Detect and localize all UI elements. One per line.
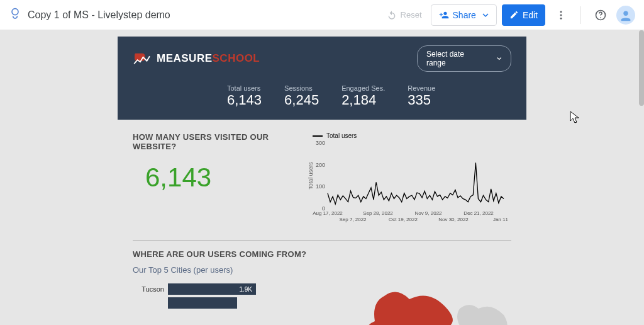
report-header: MEASURESCHOOL Select date range Total us… <box>118 37 526 120</box>
users-chart: Total users 0100200300Total usersAug 17,… <box>306 132 511 230</box>
brand-word-2: SCHOOL <box>213 52 260 64</box>
svg-text:Jan 11,…: Jan 11,… <box>493 217 508 222</box>
svg-text:Nov 30, 2022: Nov 30, 2022 <box>438 217 469 222</box>
document-title[interactable]: Copy 1 of MS - Livelystep demo <box>28 9 170 21</box>
svg-text:Sep 28, 2022: Sep 28, 2022 <box>363 210 393 216</box>
svg-text:Oct 19, 2022: Oct 19, 2022 <box>389 217 418 222</box>
metric-engaged: Engaged Ses.2,184 <box>341 84 385 108</box>
reset-label: Reset <box>401 10 422 20</box>
pencil-icon <box>509 10 519 20</box>
svg-text:100: 100 <box>316 183 325 190</box>
brand: MEASURESCHOOL <box>133 51 260 66</box>
metric-value: 2,184 <box>341 92 385 108</box>
legend-swatch <box>313 135 323 137</box>
section-cities: Tucson 1.9K <box>133 283 511 325</box>
users-left: HOW MANY USERS VISITED OUR WEBSITE? 6,14… <box>133 132 296 193</box>
date-range-label: Select date range <box>426 50 482 67</box>
undo-icon <box>387 10 397 20</box>
svg-point-1 <box>560 11 562 13</box>
date-range-selector[interactable]: Select date range <box>417 45 511 72</box>
bar-row: Tucson 1.9K <box>133 283 321 295</box>
top-cities-bars: Tucson 1.9K <box>133 283 321 311</box>
chevron-down-icon <box>482 12 489 18</box>
metric-value: 6,245 <box>284 92 319 108</box>
svg-text:Total users: Total users <box>308 162 314 190</box>
svg-point-2 <box>560 14 562 16</box>
svg-text:Sep 7, 2022: Sep 7, 2022 <box>339 217 367 222</box>
metric-total-users: Total users6,143 <box>227 84 262 108</box>
topbar-divider <box>580 6 581 24</box>
svg-point-0 <box>12 8 18 14</box>
big-number: 6,143 <box>145 162 296 193</box>
report-body: HOW MANY USERS VISITED OUR WEBSITE? 6,14… <box>118 120 526 325</box>
question-2: WHERE ARE OUR USERS COMING FROM? <box>133 249 511 259</box>
metric-revenue: Revenue335 <box>408 84 435 108</box>
map-svg <box>334 283 511 325</box>
more-vert-icon <box>555 9 567 21</box>
help-button[interactable] <box>590 4 611 26</box>
person-icon <box>619 8 633 22</box>
metric-value: 6,143 <box>227 92 262 108</box>
edit-label: Edit <box>523 10 538 20</box>
line-chart-svg: 0100200300Total usersAug 17, 2022Sep 7, … <box>306 139 508 227</box>
svg-point-3 <box>560 17 562 19</box>
svg-text:Aug 17, 2022: Aug 17, 2022 <box>313 210 343 216</box>
metric-label: Revenue <box>408 84 435 92</box>
report-page: MEASURESCHOOL Select date range Total us… <box>118 37 526 325</box>
subtitle-cities: Our Top 5 Cities (per users) <box>133 265 511 275</box>
svg-point-5 <box>600 17 601 18</box>
bar-track: 1.9K <box>168 283 256 295</box>
share-label: Share <box>453 10 476 20</box>
svg-text:Nov 9, 2022: Nov 9, 2022 <box>414 210 442 216</box>
svg-point-6 <box>623 11 628 15</box>
topbar-right: Reset Share Edit <box>383 4 635 26</box>
person-add-icon <box>439 10 449 20</box>
metric-label: Total users <box>227 84 262 92</box>
reset-button: Reset <box>383 8 426 23</box>
metric-sessions: Sessions6,245 <box>284 84 319 108</box>
metrics-row: Total users6,143 Sessions6,245 Engaged S… <box>133 84 511 108</box>
bar-track <box>168 297 237 309</box>
section-divider <box>133 240 511 241</box>
geo-map <box>334 283 511 325</box>
question-1: HOW MANY USERS VISITED OUR WEBSITE? <box>133 132 296 151</box>
metric-label: Engaged Ses. <box>341 84 385 92</box>
edit-button[interactable]: Edit <box>502 4 545 26</box>
more-options-button[interactable] <box>550 4 572 26</box>
app-topbar: Copy 1 of MS - Livelystep demo Reset Sha… <box>0 0 644 30</box>
chart-legend: Total users <box>313 132 511 139</box>
metric-label: Sessions <box>284 84 319 92</box>
app-logo-icon <box>9 8 21 23</box>
section-users: HOW MANY USERS VISITED OUR WEBSITE? 6,14… <box>133 132 511 230</box>
brand-logo-icon <box>133 51 152 66</box>
report-canvas[interactable]: MEASURESCHOOL Select date range Total us… <box>0 30 644 325</box>
metric-value: 335 <box>408 92 435 108</box>
svg-text:300: 300 <box>316 140 325 146</box>
scrollbar-thumb[interactable] <box>639 30 644 106</box>
bar-value: 1.9K <box>239 286 252 293</box>
topbar-left: Copy 1 of MS - Livelystep demo <box>9 8 170 23</box>
share-button[interactable]: Share <box>431 4 497 26</box>
legend-label: Total users <box>326 132 357 139</box>
bar-row <box>133 297 321 309</box>
chevron-down-icon <box>497 56 502 61</box>
brand-text: MEASURESCHOOL <box>157 52 260 65</box>
account-avatar[interactable] <box>616 6 635 25</box>
help-icon <box>594 9 607 21</box>
svg-text:Dec 21, 2022: Dec 21, 2022 <box>464 210 494 216</box>
svg-text:200: 200 <box>316 162 325 168</box>
brand-word-1: MEASURE <box>157 52 213 64</box>
bar-label: Tucson <box>133 285 164 293</box>
mouse-cursor-icon <box>570 111 580 123</box>
header-top-row: MEASURESCHOOL Select date range <box>133 45 511 72</box>
